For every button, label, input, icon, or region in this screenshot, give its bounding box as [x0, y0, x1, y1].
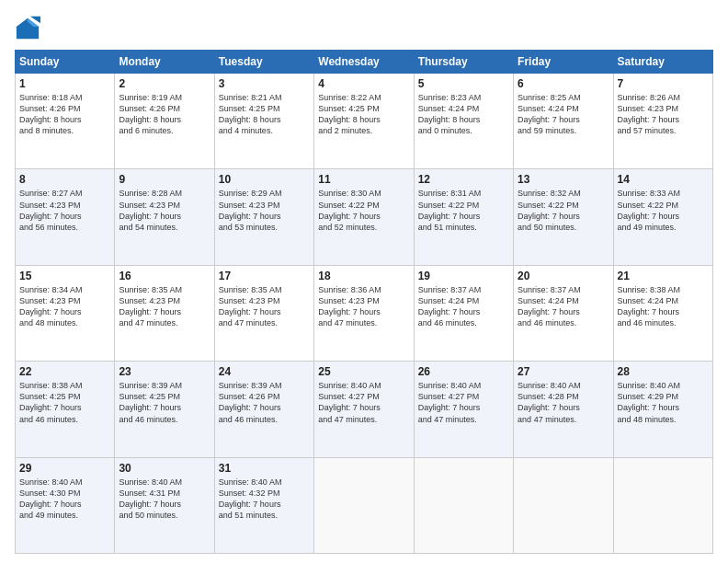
calendar-cell: 23Sunrise: 8:39 AMSunset: 4:25 PMDayligh… [115, 362, 214, 457]
calendar-cell: 3Sunrise: 8:21 AMSunset: 4:25 PMDaylight… [214, 74, 313, 169]
cell-info: Sunrise: 8:26 AMSunset: 4:23 PMDaylight:… [618, 92, 709, 137]
calendar-cell [414, 457, 513, 553]
calendar-week-row: 15Sunrise: 8:34 AMSunset: 4:23 PMDayligh… [16, 265, 713, 361]
cell-info: Sunrise: 8:39 AMSunset: 4:25 PMDaylight:… [119, 380, 210, 425]
day-number: 17 [219, 270, 310, 282]
day-number: 27 [518, 365, 609, 378]
calendar-cell: 29Sunrise: 8:40 AMSunset: 4:30 PMDayligh… [16, 457, 115, 553]
cell-info: Sunrise: 8:40 AMSunset: 4:28 PMDaylight:… [518, 380, 609, 425]
calendar-cell: 6Sunrise: 8:25 AMSunset: 4:24 PMDaylight… [514, 74, 613, 169]
calendar-cell: 31Sunrise: 8:40 AMSunset: 4:32 PMDayligh… [214, 457, 313, 553]
day-number: 3 [219, 77, 310, 90]
calendar-table: SundayMondayTuesdayWednesdayThursdayFrid… [15, 50, 713, 554]
cell-info: Sunrise: 8:37 AMSunset: 4:24 PMDaylight:… [518, 284, 609, 329]
calendar-cell: 18Sunrise: 8:36 AMSunset: 4:23 PMDayligh… [314, 265, 414, 361]
day-number: 13 [518, 173, 609, 186]
calendar-week-row: 8Sunrise: 8:27 AMSunset: 4:23 PMDaylight… [16, 169, 713, 265]
cell-info: Sunrise: 8:39 AMSunset: 4:26 PMDaylight:… [219, 380, 310, 425]
day-number: 11 [318, 173, 409, 186]
cell-info: Sunrise: 8:38 AMSunset: 4:24 PMDaylight:… [618, 284, 709, 329]
calendar-header-thursday: Thursday [414, 51, 513, 74]
day-number: 4 [318, 77, 409, 90]
calendar-cell: 1Sunrise: 8:18 AMSunset: 4:26 PMDaylight… [16, 74, 115, 169]
cell-info: Sunrise: 8:18 AMSunset: 4:26 PMDaylight:… [19, 92, 110, 137]
cell-info: Sunrise: 8:40 AMSunset: 4:29 PMDaylight:… [618, 380, 709, 425]
day-number: 24 [219, 365, 310, 378]
day-number: 30 [119, 462, 210, 475]
page: SundayMondayTuesdayWednesdayThursdayFrid… [0, 0, 728, 563]
cell-info: Sunrise: 8:38 AMSunset: 4:25 PMDaylight:… [19, 380, 110, 425]
cell-info: Sunrise: 8:35 AMSunset: 4:23 PMDaylight:… [119, 284, 210, 329]
calendar-cell [314, 457, 414, 553]
calendar-cell: 2Sunrise: 8:19 AMSunset: 4:26 PMDaylight… [115, 74, 214, 169]
calendar-cell: 27Sunrise: 8:40 AMSunset: 4:28 PMDayligh… [514, 362, 613, 457]
cell-info: Sunrise: 8:30 AMSunset: 4:22 PMDaylight:… [318, 188, 409, 233]
calendar-cell: 17Sunrise: 8:35 AMSunset: 4:23 PMDayligh… [214, 265, 313, 361]
day-number: 14 [618, 173, 709, 186]
calendar-header-sunday: Sunday [16, 51, 115, 74]
calendar-week-row: 29Sunrise: 8:40 AMSunset: 4:30 PMDayligh… [16, 457, 713, 553]
calendar-header-row: SundayMondayTuesdayWednesdayThursdayFrid… [16, 51, 713, 74]
cell-info: Sunrise: 8:27 AMSunset: 4:23 PMDaylight:… [19, 188, 110, 233]
calendar-cell: 22Sunrise: 8:38 AMSunset: 4:25 PMDayligh… [16, 362, 115, 457]
calendar-cell [514, 457, 613, 553]
calendar-cell: 16Sunrise: 8:35 AMSunset: 4:23 PMDayligh… [115, 265, 214, 361]
cell-info: Sunrise: 8:32 AMSunset: 4:22 PMDaylight:… [518, 188, 609, 233]
calendar-cell: 21Sunrise: 8:38 AMSunset: 4:24 PMDayligh… [613, 265, 712, 361]
calendar-cell: 15Sunrise: 8:34 AMSunset: 4:23 PMDayligh… [16, 265, 115, 361]
header [15, 15, 713, 40]
day-number: 26 [418, 365, 509, 378]
cell-info: Sunrise: 8:36 AMSunset: 4:23 PMDaylight:… [318, 284, 409, 329]
day-number: 29 [19, 462, 110, 475]
day-number: 22 [19, 365, 110, 378]
calendar-cell: 10Sunrise: 8:29 AMSunset: 4:23 PMDayligh… [214, 169, 313, 265]
cell-info: Sunrise: 8:31 AMSunset: 4:22 PMDaylight:… [418, 188, 509, 233]
day-number: 20 [518, 270, 609, 282]
cell-info: Sunrise: 8:34 AMSunset: 4:23 PMDaylight:… [19, 284, 110, 329]
calendar-header-friday: Friday [514, 51, 613, 74]
day-number: 9 [119, 173, 210, 186]
day-number: 19 [418, 270, 509, 282]
day-number: 16 [119, 270, 210, 282]
day-number: 15 [19, 270, 110, 282]
day-number: 21 [618, 270, 709, 282]
calendar-header-tuesday: Tuesday [214, 51, 313, 74]
calendar-cell: 25Sunrise: 8:40 AMSunset: 4:27 PMDayligh… [314, 362, 414, 457]
day-number: 2 [119, 77, 210, 90]
calendar-cell: 11Sunrise: 8:30 AMSunset: 4:22 PMDayligh… [314, 169, 414, 265]
cell-info: Sunrise: 8:40 AMSunset: 4:30 PMDaylight:… [19, 477, 110, 522]
cell-info: Sunrise: 8:33 AMSunset: 4:22 PMDaylight:… [618, 188, 709, 233]
cell-info: Sunrise: 8:40 AMSunset: 4:31 PMDaylight:… [119, 477, 210, 522]
calendar-cell: 9Sunrise: 8:28 AMSunset: 4:23 PMDaylight… [115, 169, 214, 265]
cell-info: Sunrise: 8:37 AMSunset: 4:24 PMDaylight:… [418, 284, 509, 329]
calendar-cell: 28Sunrise: 8:40 AMSunset: 4:29 PMDayligh… [613, 362, 712, 457]
logo-icon [15, 15, 40, 40]
cell-info: Sunrise: 8:21 AMSunset: 4:25 PMDaylight:… [219, 92, 310, 137]
calendar-cell: 12Sunrise: 8:31 AMSunset: 4:22 PMDayligh… [414, 169, 513, 265]
calendar-cell: 14Sunrise: 8:33 AMSunset: 4:22 PMDayligh… [613, 169, 712, 265]
calendar-cell: 5Sunrise: 8:23 AMSunset: 4:24 PMDaylight… [414, 74, 513, 169]
cell-info: Sunrise: 8:35 AMSunset: 4:23 PMDaylight:… [219, 284, 310, 329]
calendar-cell: 24Sunrise: 8:39 AMSunset: 4:26 PMDayligh… [214, 362, 313, 457]
calendar-cell [613, 457, 712, 553]
calendar-cell: 30Sunrise: 8:40 AMSunset: 4:31 PMDayligh… [115, 457, 214, 553]
calendar-cell: 26Sunrise: 8:40 AMSunset: 4:27 PMDayligh… [414, 362, 513, 457]
calendar-header-wednesday: Wednesday [314, 51, 414, 74]
cell-info: Sunrise: 8:23 AMSunset: 4:24 PMDaylight:… [418, 92, 509, 137]
calendar-cell: 4Sunrise: 8:22 AMSunset: 4:25 PMDaylight… [314, 74, 414, 169]
calendar-week-row: 1Sunrise: 8:18 AMSunset: 4:26 PMDaylight… [16, 74, 713, 169]
calendar-cell: 13Sunrise: 8:32 AMSunset: 4:22 PMDayligh… [514, 169, 613, 265]
day-number: 25 [318, 365, 409, 378]
calendar-cell: 20Sunrise: 8:37 AMSunset: 4:24 PMDayligh… [514, 265, 613, 361]
day-number: 31 [219, 462, 310, 475]
cell-info: Sunrise: 8:19 AMSunset: 4:26 PMDaylight:… [119, 92, 210, 137]
cell-info: Sunrise: 8:40 AMSunset: 4:32 PMDaylight:… [219, 477, 310, 522]
day-number: 7 [618, 77, 709, 90]
calendar-week-row: 22Sunrise: 8:38 AMSunset: 4:25 PMDayligh… [16, 362, 713, 457]
day-number: 1 [19, 77, 110, 90]
cell-info: Sunrise: 8:28 AMSunset: 4:23 PMDaylight:… [119, 188, 210, 233]
calendar-cell: 19Sunrise: 8:37 AMSunset: 4:24 PMDayligh… [414, 265, 513, 361]
logo [15, 15, 44, 40]
cell-info: Sunrise: 8:25 AMSunset: 4:24 PMDaylight:… [518, 92, 609, 137]
calendar-header-monday: Monday [115, 51, 214, 74]
